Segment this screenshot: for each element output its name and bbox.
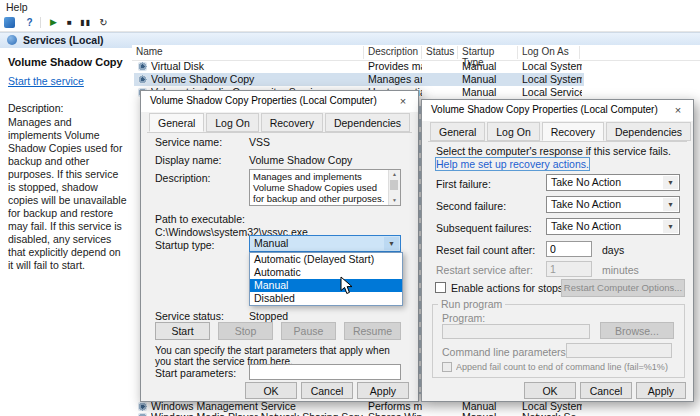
pause-service-icon[interactable]: ▮▮ xyxy=(78,16,93,29)
apply-button[interactable]: Apply xyxy=(636,382,686,399)
subsequent-failures-combo[interactable]: Take No Action ▾ xyxy=(546,218,680,235)
service-icon xyxy=(138,402,147,411)
header-description[interactable]: Description xyxy=(364,46,422,59)
close-icon[interactable]: × xyxy=(664,101,692,120)
scroll-thumb[interactable] xyxy=(390,180,398,190)
stop-service-icon[interactable]: ■ xyxy=(62,16,77,29)
dropdown-option-disabled[interactable]: Disabled xyxy=(250,292,402,305)
row-logon: Local System xyxy=(522,60,582,73)
tab-general[interactable]: General xyxy=(430,122,485,141)
tab-strip: General Log On Recovery Dependencies xyxy=(149,113,409,132)
tab-recovery[interactable]: Recovery xyxy=(542,122,604,141)
header-name[interactable]: Name xyxy=(132,46,364,59)
row-logon: Local System xyxy=(522,73,582,86)
reset-fail-count-input[interactable] xyxy=(546,241,592,257)
run-program-legend: Run program xyxy=(438,298,505,310)
pause-button: Pause xyxy=(281,322,336,340)
description-heading: Description: xyxy=(8,102,63,114)
row-startup: Manual xyxy=(462,86,518,99)
tab-logon[interactable]: Log On xyxy=(487,122,539,141)
description-label: Description: xyxy=(155,172,210,184)
first-failure-combo[interactable]: Take No Action ▾ xyxy=(546,174,680,191)
second-failure-combo[interactable]: Take No Action ▾ xyxy=(546,196,680,213)
recovery-intro: Select the computer's response if this s… xyxy=(436,145,682,171)
reset-unit-label: days xyxy=(602,244,624,256)
close-icon[interactable]: × xyxy=(389,92,417,111)
stop-button: Stop xyxy=(218,322,273,340)
second-failure-value: Take No Action xyxy=(551,198,621,210)
chevron-down-icon: ▾ xyxy=(663,220,678,233)
dropdown-option-automatic[interactable]: Automatic xyxy=(250,266,402,279)
row-startup: Manual xyxy=(462,411,518,416)
cancel-button[interactable]: Cancel xyxy=(301,382,353,399)
append-fail-count-checkbox xyxy=(442,362,452,372)
header-logon-as[interactable]: Log On As xyxy=(518,46,580,59)
header-status[interactable]: Status xyxy=(422,46,458,59)
tab-dependencies[interactable]: Dependencies xyxy=(325,113,410,132)
restart-service-icon[interactable]: ↻ xyxy=(96,16,111,29)
table-row[interactable]: Windows Media Player Network Sharing Ser… xyxy=(132,411,700,416)
dropdown-option-automatic-delayed[interactable]: Automatic (Delayed Start) xyxy=(250,253,402,266)
recovery-intro-text: Select the computer's response if this s… xyxy=(436,145,671,157)
dialog-title: Volume Shadow Copy Properties (Local Com… xyxy=(431,104,658,115)
list-header: Name Description Status Startup Type Log… xyxy=(132,45,700,61)
scroll-up-icon[interactable]: ▲ xyxy=(389,170,400,179)
dialog-titlebar[interactable]: Volume Shadow Copy Properties (Local Com… xyxy=(141,91,418,112)
row-startup: Manual xyxy=(462,73,518,86)
toolbar-separator xyxy=(40,17,41,28)
service-icon xyxy=(138,62,147,71)
row-description: Shares Wind... xyxy=(368,411,422,416)
help-icon[interactable]: ? xyxy=(22,16,37,29)
row-description: Provides ma... xyxy=(368,60,422,73)
reset-fail-count-label: Reset fail count after: xyxy=(436,244,535,256)
row-name: Volume Shadow Copy xyxy=(151,73,363,86)
tab-divider xyxy=(147,132,412,133)
service-icon xyxy=(138,75,147,84)
service-description-text: Manages and implements Volume Shadow Cop… xyxy=(8,116,128,272)
ok-button[interactable]: OK xyxy=(245,382,297,399)
mouse-cursor xyxy=(340,276,353,295)
subsequent-failures-label: Subsequent failures: xyxy=(436,222,532,234)
append-fail-count-label: Append fail count to end of command line… xyxy=(456,362,676,372)
services-node-label: Services (Local) xyxy=(23,34,104,46)
table-row-selected[interactable]: Volume Shadow Copy Manages an... Manual … xyxy=(132,73,700,86)
service-name-value: VSS xyxy=(249,136,270,148)
scroll-down-icon[interactable]: ▼ xyxy=(389,196,400,205)
dialog-titlebar[interactable]: Volume Shadow Copy Properties (Local Com… xyxy=(422,100,693,121)
start-service-link[interactable]: Start the service xyxy=(8,75,84,87)
path-label: Path to executable: xyxy=(155,213,245,225)
table-row[interactable]: Virtual Disk Provides ma... Manual Local… xyxy=(132,60,700,73)
header-startup-type[interactable]: Startup Type xyxy=(458,46,518,59)
console-app-icon[interactable] xyxy=(4,17,15,28)
menu-help[interactable]: Help xyxy=(6,1,28,13)
tab-logon[interactable]: Log On xyxy=(206,113,258,132)
cancel-button[interactable]: Cancel xyxy=(580,382,632,399)
description-text: Manages and implements Volume Shadow Cop… xyxy=(253,171,385,206)
start-button[interactable]: Start xyxy=(155,322,210,340)
program-label: Program: xyxy=(442,312,485,324)
chevron-down-icon: ▾ xyxy=(663,176,678,189)
tab-dependencies[interactable]: Dependencies xyxy=(606,122,691,141)
tab-recovery[interactable]: Recovery xyxy=(261,113,323,132)
restart-unit-label: minutes xyxy=(602,264,639,276)
scrollbar[interactable]: ▲ ▼ xyxy=(388,170,400,205)
startup-type-label: Startup type: xyxy=(155,239,215,251)
dropdown-option-manual[interactable]: Manual xyxy=(250,279,402,292)
first-failure-value: Take No Action xyxy=(551,176,621,188)
start-service-icon[interactable]: ▶ xyxy=(46,16,61,29)
apply-button[interactable]: Apply xyxy=(357,382,409,399)
second-failure-label: Second failure: xyxy=(436,200,506,212)
subsequent-failures-value: Take No Action xyxy=(551,220,621,232)
enable-actions-checkbox[interactable] xyxy=(435,282,446,293)
start-parameters-input[interactable] xyxy=(249,364,401,380)
display-name-label: Display name: xyxy=(155,154,222,166)
description-textarea[interactable]: Manages and implements Volume Shadow Cop… xyxy=(249,169,401,206)
command-line-input xyxy=(566,343,672,358)
row-startup: Manual xyxy=(462,60,518,73)
ok-button[interactable]: OK xyxy=(524,382,576,399)
browse-button: Browse... xyxy=(600,322,674,339)
recovery-help-link[interactable]: Help me set up recovery actions. xyxy=(436,158,589,170)
tab-strip: General Log On Recovery Dependencies xyxy=(430,122,690,141)
tab-general[interactable]: General xyxy=(149,113,204,132)
startup-type-combo[interactable]: Manual ▾ xyxy=(249,235,401,252)
